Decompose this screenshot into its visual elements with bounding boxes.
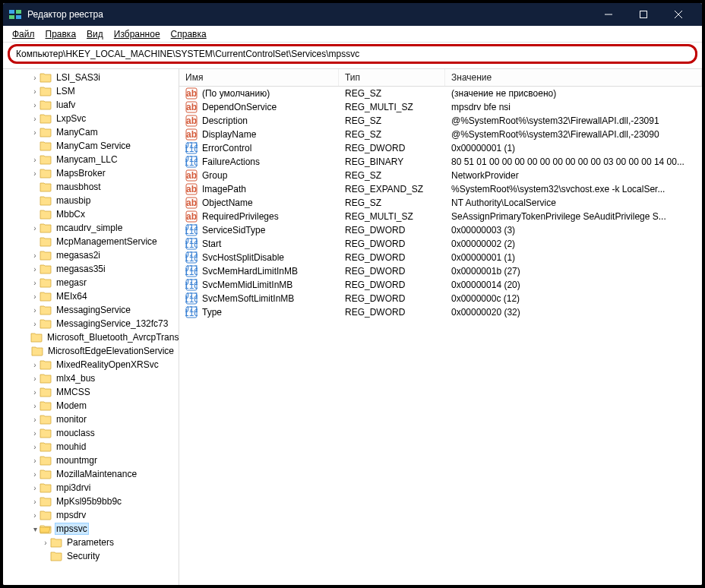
tree-item-label: mpi3drvi xyxy=(55,482,92,493)
chevron-icon[interactable]: ▾ xyxy=(30,525,40,533)
value-row[interactable]: abImagePathREG_EXPAND_SZ%SystemRoot%\sys… xyxy=(179,182,702,196)
chevron-icon[interactable]: › xyxy=(30,429,40,438)
value-row[interactable]: 011110SvcHostSplitDisableREG_DWORD0x0000… xyxy=(179,251,702,264)
chevron-icon[interactable]: › xyxy=(30,402,40,410)
key-tree[interactable]: ›LSI_SAS3i›LSM›luafv›LxpSvc›ManyCamManyC… xyxy=(3,69,179,585)
tree-item[interactable]: ›LxpSvc xyxy=(3,112,179,125)
tree-item[interactable]: Security xyxy=(3,549,179,563)
tree-item[interactable]: ›Parameters xyxy=(3,536,179,549)
chevron-icon[interactable]: › xyxy=(30,156,40,164)
tree-item-label: MessagingService_132fc73 xyxy=(55,318,169,329)
col-type[interactable]: Тип xyxy=(339,69,445,86)
value-row[interactable]: abObjectNameREG_SZNT Authority\LocalServ… xyxy=(179,196,702,210)
chevron-icon[interactable]: › xyxy=(30,87,40,96)
chevron-icon[interactable]: › xyxy=(30,169,40,178)
tree-item[interactable]: ›mpi3drvi xyxy=(3,481,179,495)
tree-item[interactable]: ›mountmgr xyxy=(3,454,179,467)
tree-item[interactable]: MbbCx xyxy=(3,207,179,221)
menu-file[interactable]: Файл xyxy=(8,27,40,41)
tree-item[interactable]: ›MessagingService xyxy=(3,303,179,317)
tree-item[interactable]: ›MozillaMaintenance xyxy=(3,467,179,481)
chevron-icon[interactable]: › xyxy=(30,443,40,451)
chevron-icon[interactable]: › xyxy=(30,306,40,315)
value-row[interactable]: 011110SvcMemSoftLimitInMBREG_DWORD0x0000… xyxy=(179,292,702,305)
close-button[interactable] xyxy=(661,3,696,26)
titlebar[interactable]: Редактор реестра xyxy=(3,3,702,26)
tree-item[interactable]: ›MEIx64 xyxy=(3,289,179,303)
chevron-icon[interactable]: › xyxy=(30,320,40,328)
chevron-icon[interactable]: › xyxy=(30,101,40,109)
tree-item[interactable]: ›LSM xyxy=(3,84,179,98)
chevron-icon[interactable]: › xyxy=(41,539,50,547)
tree-item[interactable]: ›mouhid xyxy=(3,440,179,454)
chevron-icon[interactable]: › xyxy=(30,375,40,383)
tree-item[interactable]: ›MMCSS xyxy=(3,385,179,399)
tree-item[interactable]: ›Modem xyxy=(3,399,179,413)
value-row[interactable]: abDependOnServiceREG_MULTI_SZmpsdrv bfe … xyxy=(179,100,702,114)
address-bar[interactable]: Компьютер\HKEY_LOCAL_MACHINE\SYSTEM\Curr… xyxy=(8,44,697,64)
tree-item[interactable]: ›LSI_SAS3i xyxy=(3,71,179,84)
chevron-icon[interactable]: › xyxy=(30,416,40,424)
tree-item-label: Manycam_LLC xyxy=(55,154,119,165)
minimize-button[interactable] xyxy=(591,3,626,26)
chevron-icon[interactable]: › xyxy=(30,251,40,260)
chevron-icon[interactable]: › xyxy=(30,128,40,137)
tree-item[interactable]: ›mcaudrv_simple xyxy=(3,221,179,235)
tree-item[interactable]: ›mpsdrv xyxy=(3,508,179,522)
tree-item[interactable]: Microsoft_Bluetooth_AvrcpTransport xyxy=(3,330,179,344)
tree-item[interactable]: ›MessagingService_132fc73 xyxy=(3,317,179,330)
value-list[interactable]: Имя Тип Значение ab(По умолчанию)REG_SZ(… xyxy=(179,69,702,585)
value-row[interactable]: 011110SvcMemHardLimitInMBREG_DWORD0x0000… xyxy=(179,264,702,278)
tree-item[interactable]: ›ManyCam xyxy=(3,125,179,139)
chevron-icon[interactable]: › xyxy=(30,498,40,506)
chevron-icon[interactable]: › xyxy=(30,74,40,82)
tree-item[interactable]: ›Manycam_LLC xyxy=(3,153,179,166)
tree-item[interactable]: mausbip xyxy=(3,194,179,207)
menu-help[interactable]: Справка xyxy=(166,27,211,41)
chevron-icon[interactable]: › xyxy=(30,279,40,287)
tree-item[interactable]: ›MpKsl95b9bb9c xyxy=(3,495,179,508)
chevron-icon[interactable]: › xyxy=(30,388,40,397)
maximize-button[interactable] xyxy=(626,3,661,26)
tree-item[interactable]: ›MixedRealityOpenXRSvc xyxy=(3,358,179,371)
chevron-icon[interactable]: › xyxy=(30,115,40,123)
tree-item[interactable]: ›MapsBroker xyxy=(3,166,179,180)
menu-edit[interactable]: Правка xyxy=(41,27,81,41)
value-row[interactable]: abDisplayNameREG_SZ@%SystemRoot%\system3… xyxy=(179,128,702,141)
value-row[interactable]: abGroupREG_SZNetworkProvider xyxy=(179,169,702,182)
value-row[interactable]: 011110TypeREG_DWORD0x00000020 (32) xyxy=(179,305,702,319)
col-name[interactable]: Имя xyxy=(179,69,339,86)
tree-item[interactable]: MicrosoftEdgeElevationService xyxy=(3,344,179,358)
tree-item[interactable]: ›megasas35i xyxy=(3,262,179,276)
chevron-icon[interactable]: › xyxy=(30,292,40,301)
menu-favorites[interactable]: Избранное xyxy=(109,27,165,41)
chevron-icon[interactable]: › xyxy=(30,457,40,465)
tree-item[interactable]: ›monitor xyxy=(3,413,179,426)
chevron-icon[interactable]: › xyxy=(30,511,40,520)
value-row[interactable]: 011110SvcMemMidLimitInMBREG_DWORD0x00000… xyxy=(179,278,702,292)
chevron-icon[interactable]: › xyxy=(30,224,40,232)
tree-item[interactable]: ›mouclass xyxy=(3,426,179,440)
chevron-icon[interactable]: › xyxy=(30,361,40,369)
value-row[interactable]: 011110FailureActionsREG_BINARY80 51 01 0… xyxy=(179,155,702,169)
tree-item[interactable]: ›luafv xyxy=(3,98,179,112)
tree-item[interactable]: ›megasas2i xyxy=(3,248,179,262)
value-row[interactable]: 011110StartREG_DWORD0x00000002 (2) xyxy=(179,237,702,251)
value-row[interactable]: abDescriptionREG_SZ@%SystemRoot%\system3… xyxy=(179,114,702,128)
chevron-icon[interactable]: › xyxy=(30,265,40,273)
col-value[interactable]: Значение xyxy=(445,69,702,86)
value-row[interactable]: abRequiredPrivilegesREG_MULTI_SZSeAssign… xyxy=(179,210,702,223)
chevron-icon[interactable]: › xyxy=(30,484,40,492)
value-row[interactable]: 011110ErrorControlREG_DWORD0x00000001 (1… xyxy=(179,141,702,155)
tree-item[interactable]: ManyCam Service xyxy=(3,139,179,153)
tree-item[interactable]: ›megasr xyxy=(3,276,179,289)
tree-item[interactable]: ›mlx4_bus xyxy=(3,371,179,385)
tree-item[interactable]: ▾mpssvc xyxy=(3,522,179,536)
chevron-icon[interactable]: › xyxy=(30,470,40,479)
menu-view[interactable]: Вид xyxy=(82,27,108,41)
tree-item[interactable]: mausbhost xyxy=(3,180,179,194)
value-row[interactable]: ab(По умолчанию)REG_SZ(значение не присв… xyxy=(179,87,702,100)
value-row[interactable]: 011110ServiceSidTypeREG_DWORD0x00000003 … xyxy=(179,223,702,237)
tree-item[interactable]: McpManagementService xyxy=(3,235,179,248)
tree-item-label: Parameters xyxy=(65,537,115,548)
